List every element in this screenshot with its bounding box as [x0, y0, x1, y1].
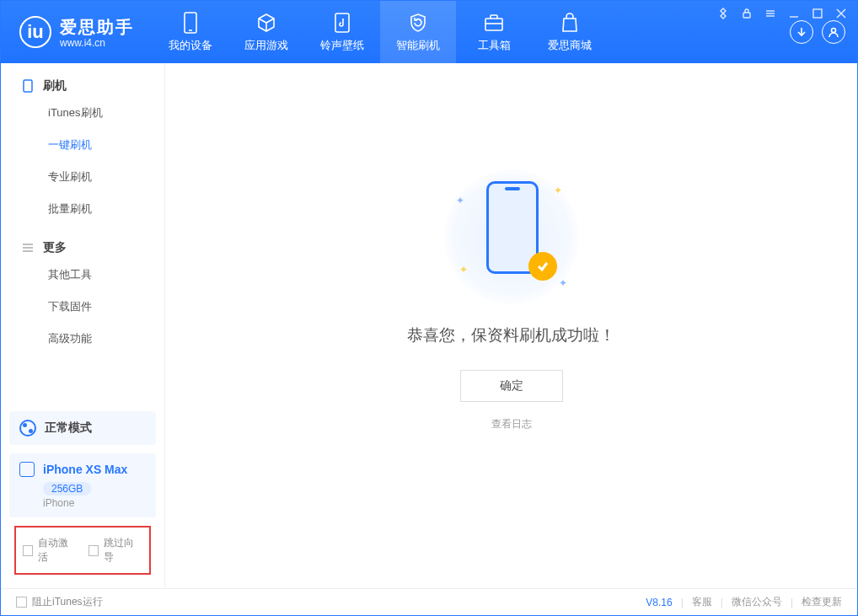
- sidebar-bottom: 正常模式 iPhone XS Max 256GB iPhone 自动激活 跳过向…: [1, 403, 164, 588]
- checkbox-label: 跳过向导: [104, 536, 142, 565]
- svg-rect-16: [24, 80, 32, 92]
- sidebar-item-pro[interactable]: 专业刷机: [1, 161, 164, 193]
- device-card[interactable]: iPhone XS Max 256GB iPhone: [9, 453, 156, 517]
- bag-icon: [558, 11, 582, 35]
- phone-icon: [21, 79, 35, 93]
- device-name: iPhone XS Max: [43, 463, 127, 476]
- theme-icon[interactable]: [716, 6, 731, 21]
- sidebar-item-batch[interactable]: 批量刷机: [1, 193, 164, 225]
- nav-label: 应用游戏: [244, 38, 288, 53]
- sidebar-item-other[interactable]: 其他工具: [1, 259, 164, 291]
- phone-icon: [179, 11, 202, 35]
- sidebar: 刷机 iTunes刷机 一键刷机 专业刷机 批量刷机 更多 其他工具 下载固件 …: [1, 63, 165, 588]
- checkbox-label: 自动激活: [38, 536, 77, 565]
- nav-tab-store[interactable]: 爱思商城: [532, 1, 608, 63]
- mode-label: 正常模式: [45, 420, 92, 436]
- nav-label: 智能刷机: [396, 38, 440, 53]
- version-label: V8.16: [646, 597, 672, 608]
- sidebar-item-firmware[interactable]: 下载固件: [1, 291, 164, 323]
- success-message: 恭喜您，保资料刷机成功啦！: [407, 324, 615, 346]
- sidebar-group-more: 更多 其他工具 下载固件 高级功能: [1, 225, 164, 355]
- sidebar-title: 更多: [43, 240, 67, 255]
- nav-tab-device[interactable]: 我的设备: [153, 1, 228, 63]
- ok-button[interactable]: 确定: [460, 370, 563, 402]
- music-file-icon: [330, 11, 354, 35]
- device-capacity: 256GB: [43, 482, 91, 495]
- top-nav: 我的设备 应用游戏 铃声壁纸 智能刷机 工具箱: [153, 1, 608, 63]
- nav-label: 铃声壁纸: [320, 38, 364, 53]
- nav-label: 工具箱: [478, 38, 511, 53]
- checkbox-label: 阻止iTunes运行: [32, 595, 103, 609]
- footer-link-update[interactable]: 检查更新: [802, 595, 842, 609]
- sidebar-group-flash: 刷机 iTunes刷机 一键刷机 专业刷机 批量刷机: [1, 63, 164, 225]
- sparkle-icon: ✦: [554, 185, 562, 196]
- profile-button[interactable]: [822, 20, 845, 44]
- checkbox-icon: [88, 545, 99, 556]
- maximize-button[interactable]: [810, 6, 825, 21]
- checkbox-block-itunes[interactable]: 阻止iTunes运行: [16, 595, 103, 609]
- svg-point-7: [832, 29, 836, 33]
- mode-icon: [19, 420, 36, 437]
- lock-icon[interactable]: [739, 6, 754, 21]
- sidebar-item-itunes[interactable]: iTunes刷机: [1, 97, 164, 129]
- sidebar-head-flash: 刷机: [1, 78, 164, 97]
- mode-card[interactable]: 正常模式: [9, 411, 156, 445]
- sidebar-title: 刷机: [43, 78, 67, 94]
- sidebar-head-more: 更多: [1, 240, 164, 259]
- checkbox-icon: [16, 597, 27, 608]
- brand-logo: iu 爱思助手 www.i4.cn: [1, 1, 153, 63]
- sparkle-icon: ✦: [559, 277, 567, 289]
- device-type: iPhone: [43, 497, 146, 509]
- sparkle-icon: ✦: [456, 195, 464, 206]
- nav-tab-ringtones[interactable]: 铃声壁纸: [304, 1, 380, 63]
- success-illustration: ✦ ✦ ✦ ✦: [444, 169, 579, 304]
- sparkle-icon: ✦: [459, 264, 468, 276]
- footer-link-wechat[interactable]: 微信公众号: [732, 595, 782, 609]
- close-button[interactable]: [834, 6, 849, 21]
- footer-link-support[interactable]: 客服: [692, 595, 712, 609]
- svg-rect-3: [335, 13, 349, 32]
- footer-right: V8.16 | 客服 | 微信公众号 | 检查更新: [646, 595, 842, 609]
- check-badge-icon: [528, 252, 557, 281]
- nav-tab-flash[interactable]: 智能刷机: [380, 1, 456, 63]
- nav-label: 爱思商城: [548, 38, 592, 53]
- checkbox-skip-guide[interactable]: 跳过向导: [88, 536, 142, 565]
- download-button[interactable]: [790, 20, 813, 44]
- list-icon: [21, 241, 35, 254]
- brand-glyph: iu: [19, 16, 51, 48]
- window-controls: [716, 6, 849, 21]
- brand-url: www.i4.cn: [60, 37, 134, 49]
- flash-options-highlight: 自动激活 跳过向导: [14, 526, 151, 575]
- checkbox-icon: [23, 545, 33, 556]
- app-body: 刷机 iTunes刷机 一键刷机 专业刷机 批量刷机 更多 其他工具 下载固件 …: [1, 63, 857, 588]
- main-content: ✦ ✦ ✦ ✦ 恭喜您，保资料刷机成功啦！ 确定 查看日志: [165, 63, 857, 588]
- checkbox-auto-activate[interactable]: 自动激活: [23, 536, 77, 565]
- svg-rect-4: [485, 19, 502, 30]
- menu-icon[interactable]: [763, 6, 778, 21]
- sidebar-item-oneclick[interactable]: 一键刷机: [1, 129, 164, 161]
- minimize-button[interactable]: [786, 6, 802, 21]
- device-phone-icon: [19, 462, 35, 477]
- briefcase-icon: [482, 11, 506, 35]
- sidebar-item-adv[interactable]: 高级功能: [1, 323, 164, 355]
- nav-tab-apps[interactable]: 应用游戏: [228, 1, 304, 63]
- app-header: iu 爱思助手 www.i4.cn 我的设备 应用游戏 铃声壁纸: [1, 1, 857, 63]
- cube-icon: [255, 11, 278, 35]
- status-bar: 阻止iTunes运行 V8.16 | 客服 | 微信公众号 | 检查更新: [1, 588, 857, 615]
- nav-label: 我的设备: [169, 38, 212, 53]
- svg-rect-13: [813, 9, 822, 18]
- svg-rect-8: [743, 13, 750, 18]
- brand-name: 爱思助手: [60, 16, 134, 39]
- refresh-shield-icon: [406, 11, 430, 35]
- view-log-link[interactable]: 查看日志: [491, 417, 532, 431]
- nav-tab-toolbox[interactable]: 工具箱: [456, 1, 532, 63]
